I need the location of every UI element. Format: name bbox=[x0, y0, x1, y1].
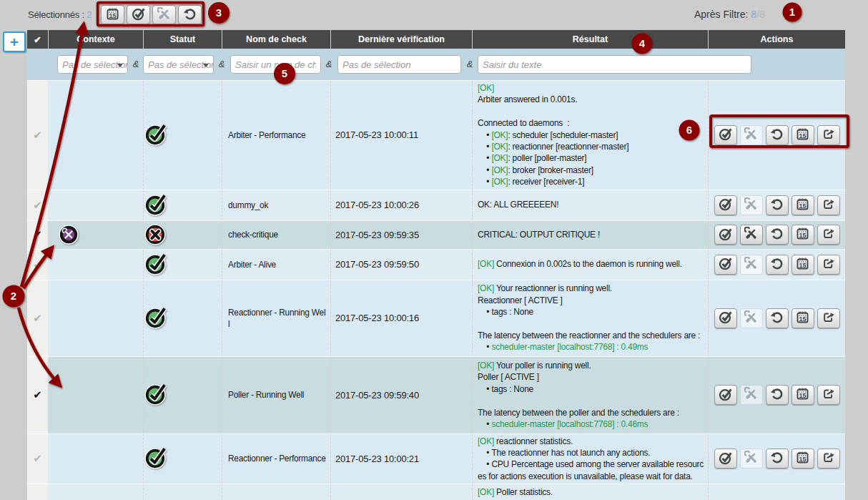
fix-button[interactable] bbox=[740, 125, 763, 145]
retry-button[interactable] bbox=[766, 308, 789, 328]
column-header-statut[interactable]: Statut bbox=[143, 30, 222, 49]
export-icon bbox=[822, 127, 835, 143]
export-button[interactable] bbox=[817, 308, 840, 328]
row-select-cell[interactable]: ✔ bbox=[27, 280, 48, 356]
column-header-nom[interactable]: Nom de check bbox=[222, 30, 330, 49]
retry-button[interactable] bbox=[766, 125, 789, 145]
recheck-button[interactable] bbox=[714, 255, 737, 275]
row-select-cell[interactable]: ✔ bbox=[27, 250, 48, 280]
status-ok-icon bbox=[144, 445, 169, 469]
downtime-button[interactable]: 15 bbox=[791, 125, 814, 145]
add-button[interactable]: + bbox=[3, 31, 26, 52]
retry-button[interactable] bbox=[766, 225, 789, 245]
selected-label: Sélectionnés : bbox=[28, 9, 84, 20]
fix-button[interactable] bbox=[740, 225, 763, 245]
recheck-button[interactable] bbox=[714, 225, 737, 245]
row-select-cell[interactable]: ✔ bbox=[27, 221, 48, 249]
column-header-contexte[interactable]: Contexte bbox=[48, 30, 143, 49]
result-line: OK: ALL GREEEEEN! bbox=[478, 199, 706, 210]
recheck-button[interactable] bbox=[714, 125, 737, 145]
bulk-actions-toolbar: 15 bbox=[101, 5, 202, 24]
row-check-name: Reactionner - Running Well bbox=[222, 280, 330, 356]
downtime-button[interactable]: 15 bbox=[791, 255, 814, 275]
retry-button[interactable] bbox=[766, 195, 789, 215]
retry-button[interactable] bbox=[766, 385, 789, 405]
recheck-button[interactable] bbox=[714, 308, 737, 328]
export-button[interactable] bbox=[817, 448, 840, 469]
export-button[interactable] bbox=[817, 385, 840, 405]
fix-button[interactable] bbox=[740, 195, 763, 215]
downtime-button[interactable]: 15 bbox=[791, 225, 814, 245]
undo-icon bbox=[770, 310, 784, 326]
filter-lastcheck-input[interactable] bbox=[337, 55, 461, 74]
check-circle-icon bbox=[719, 127, 733, 143]
export-button[interactable] bbox=[817, 195, 840, 215]
filter-separator: & bbox=[217, 59, 226, 69]
retry-button[interactable] bbox=[766, 448, 789, 469]
calendar-15-icon: 15 bbox=[796, 451, 809, 466]
export-button[interactable] bbox=[817, 225, 840, 245]
column-header-derniere[interactable]: Dernière vérification bbox=[330, 30, 472, 49]
downtime-button[interactable]: 15 bbox=[791, 308, 814, 328]
filter-contexte-select[interactable]: Pas de sélection bbox=[57, 55, 128, 74]
result-line: Connected to daemons : bbox=[478, 117, 706, 129]
fix-button[interactable] bbox=[740, 308, 763, 328]
row-status-cell bbox=[143, 357, 222, 433]
result-line: • CPU Percentage used among the server a… bbox=[478, 459, 706, 482]
row-select-cell[interactable]: ✔ bbox=[27, 81, 48, 190]
column-header-resultat[interactable]: Résultat bbox=[472, 30, 708, 49]
undo-icon bbox=[770, 197, 784, 213]
undo-icon bbox=[770, 127, 784, 143]
export-icon bbox=[822, 451, 835, 466]
filter-separator: & bbox=[325, 59, 333, 69]
svg-text:15: 15 bbox=[799, 315, 807, 323]
fix-button[interactable] bbox=[740, 385, 763, 405]
export-icon bbox=[822, 197, 835, 213]
check-circle-icon bbox=[719, 387, 733, 403]
retry-button[interactable] bbox=[178, 5, 202, 24]
status-ok-icon bbox=[144, 305, 169, 329]
result-line: Reactionner [ ACTIVE ] bbox=[478, 295, 706, 306]
recheck-button[interactable] bbox=[714, 448, 737, 469]
export-button[interactable] bbox=[817, 125, 840, 145]
svg-text:15: 15 bbox=[799, 132, 807, 139]
column-header-actions[interactable]: Actions bbox=[708, 30, 845, 49]
filter-name-input[interactable] bbox=[230, 55, 321, 74]
row-actions-cell: 15 bbox=[708, 190, 845, 220]
recheck-button[interactable] bbox=[714, 385, 737, 405]
context-tools-icon bbox=[58, 224, 79, 245]
filter-statut-select[interactable]: Pas de sélection bbox=[143, 55, 214, 74]
svg-text:15: 15 bbox=[109, 12, 117, 19]
row-select-cell[interactable] bbox=[27, 484, 48, 500]
row-check-name: Reactionner - Performance bbox=[222, 434, 330, 484]
selected-count: 2 bbox=[87, 9, 92, 20]
table-row: ✔ dummy_ok 2017-05-23 10:00:26 OK: ALL G… bbox=[27, 190, 845, 220]
recheck-button[interactable] bbox=[714, 195, 737, 215]
row-actions-cell: 15 bbox=[708, 81, 845, 190]
status-ok-icon bbox=[144, 381, 169, 406]
fix-button[interactable] bbox=[740, 255, 763, 275]
row-context-cell bbox=[48, 434, 143, 484]
row-context-cell bbox=[48, 190, 143, 220]
result-line: • tags : None bbox=[478, 383, 706, 395]
column-header-select[interactable]: ✔ bbox=[27, 30, 48, 49]
row-select-cell[interactable]: ✔ bbox=[27, 190, 48, 220]
downtime-button[interactable]: 15 bbox=[791, 195, 814, 215]
calendar-15-icon: 15 bbox=[106, 7, 119, 23]
downtime-button[interactable]: 15 bbox=[791, 385, 814, 405]
status-critical-icon bbox=[144, 221, 169, 245]
downtime-button[interactable]: 15 bbox=[791, 448, 814, 469]
fix-button[interactable] bbox=[740, 448, 763, 469]
check-circle-icon bbox=[719, 310, 733, 326]
row-select-cell[interactable]: ✔ bbox=[27, 357, 48, 433]
result-line: Poller [ ACTIVE ] bbox=[478, 371, 706, 383]
row-check-name: Arbiter - Performance bbox=[222, 81, 330, 190]
export-button[interactable] bbox=[817, 255, 840, 275]
filter-result-input[interactable] bbox=[478, 55, 751, 74]
downtime-button[interactable]: 15 bbox=[101, 5, 124, 24]
fix-button[interactable] bbox=[152, 5, 176, 24]
retry-button[interactable] bbox=[766, 255, 789, 275]
recheck-button[interactable] bbox=[127, 5, 150, 24]
result-line: • tags : None bbox=[478, 306, 706, 318]
row-select-cell[interactable]: ✔ bbox=[27, 434, 48, 484]
